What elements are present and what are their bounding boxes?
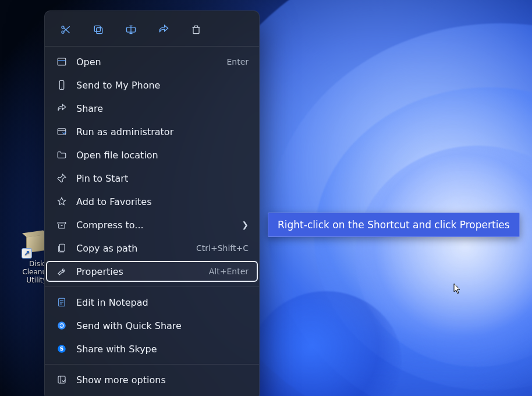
archive-icon — [55, 218, 68, 231]
rename-button[interactable] — [123, 22, 139, 38]
menu-item-label: Compress to... — [76, 220, 236, 231]
more-options-icon — [55, 373, 68, 386]
instruction-callout: Right-click on the Shortcut and click Pr… — [268, 213, 520, 237]
phone-icon — [55, 79, 68, 91]
pin-icon — [55, 172, 68, 185]
menu-item-properties[interactable]: Properties Alt+Enter — [45, 260, 259, 283]
skype-icon: S — [55, 342, 68, 355]
share-arrow-icon — [158, 24, 169, 36]
menu-item-label: Show more options — [76, 374, 249, 386]
share-icon — [55, 102, 68, 115]
menu-item-send-with-quick-share[interactable]: Send with Quick Share — [45, 314, 259, 337]
menu-item-add-to-favorites[interactable]: Add to Favorites — [45, 190, 259, 213]
menu-item-share[interactable]: Share — [45, 97, 259, 120]
svg-point-1 — [62, 31, 64, 33]
svg-rect-11 — [59, 244, 65, 251]
svg-rect-8 — [58, 129, 66, 135]
folder-icon — [55, 148, 68, 161]
star-icon — [55, 195, 68, 208]
menu-item-show-more-options[interactable]: Show more options — [45, 368, 259, 391]
menu-item-label: Send with Quick Share — [76, 320, 249, 331]
svg-point-13 — [58, 321, 66, 330]
menu-item-copy-as-path[interactable]: Copy as path Ctrl+Shift+C — [45, 236, 259, 260]
rename-icon — [125, 24, 137, 36]
menu-item-open-file-location[interactable]: Open file location — [45, 143, 259, 167]
shortcut-overlay-arrow-icon: ↗ — [22, 248, 32, 259]
copy-button[interactable] — [90, 22, 107, 38]
copy-icon — [93, 24, 104, 36]
delete-button[interactable] — [188, 22, 204, 38]
menu-item-label: Share with Skype — [76, 344, 249, 355]
menu-item-send-to-phone[interactable]: Send to My Phone — [45, 73, 259, 97]
menu-item-pin-to-start[interactable]: Pin to Start — [45, 167, 259, 190]
menu-item-label: Pin to Start — [76, 173, 249, 184]
quick-share-icon — [55, 319, 68, 332]
svg-rect-16 — [58, 376, 65, 383]
menu-item-label: Open — [76, 56, 226, 68]
wrench-icon — [55, 265, 68, 278]
menu-item-compress-to[interactable]: Compress to... ❯ — [45, 213, 259, 236]
menu-item-run-as-administrator[interactable]: Run as administrator — [45, 120, 259, 143]
menu-item-label: Edit in Notepad — [76, 297, 249, 308]
menu-item-accel: Ctrl+Shift+C — [196, 243, 249, 253]
menu-item-label: Add to Favorites — [76, 196, 249, 207]
notepad-icon — [55, 296, 68, 309]
share-action-button[interactable] — [155, 22, 172, 38]
menu-item-label: Open file location — [76, 150, 249, 161]
menu-item-label: Send to My Phone — [76, 80, 249, 91]
svg-rect-10 — [59, 224, 65, 229]
menu-item-label: Share — [76, 103, 249, 114]
shield-icon — [55, 125, 68, 138]
svg-rect-3 — [94, 26, 100, 31]
svg-text:S: S — [60, 346, 63, 352]
menu-item-share-with-skype[interactable]: S Share with Skype — [45, 337, 259, 360]
menu-item-edit-in-notepad[interactable]: Edit in Notepad — [45, 291, 259, 314]
menu-item-accel: Alt+Enter — [209, 267, 249, 276]
svg-rect-5 — [193, 27, 199, 34]
menu-separator — [45, 287, 259, 287]
quick-action-row — [45, 11, 259, 47]
svg-rect-2 — [97, 28, 102, 34]
svg-rect-6 — [58, 58, 66, 65]
menu-item-label: Run as administrator — [76, 126, 249, 137]
window-icon — [55, 55, 68, 68]
menu-item-label: Copy as path — [76, 243, 196, 254]
chevron-right-icon: ❯ — [236, 220, 249, 229]
menu-item-accel: Enter — [226, 57, 249, 66]
svg-point-0 — [62, 26, 64, 29]
context-menu: Open Enter Send to My Phone Share Run as… — [44, 10, 260, 396]
trash-icon — [190, 24, 202, 36]
menu-item-open[interactable]: Open Enter — [45, 50, 259, 73]
menu-separator — [45, 364, 259, 365]
copy-path-icon — [55, 242, 68, 254]
scissors-icon — [60, 24, 72, 36]
cut-button[interactable] — [58, 22, 74, 38]
menu-item-label: Properties — [76, 266, 209, 277]
